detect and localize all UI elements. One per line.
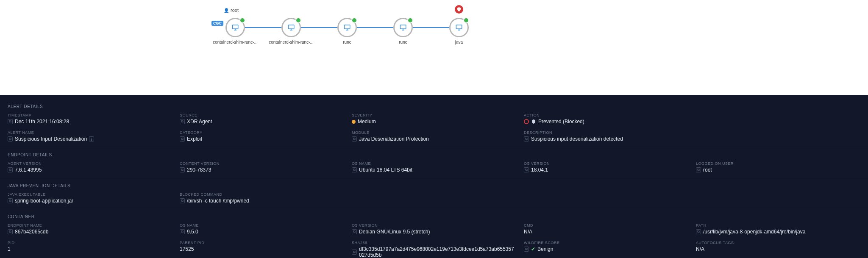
value-timestamp: Dec 11th 2021 16:08:28 — [15, 119, 69, 125]
value-content-version: 290-78373 — [187, 167, 211, 173]
field-blocked-command: BLOCKED COMMAND ⧉/bin/sh -c touch /tmp/p… — [180, 192, 344, 204]
process-icon — [337, 18, 357, 37]
value-autofocus: N/A — [696, 246, 704, 252]
svg-rect-4 — [456, 25, 462, 29]
svg-rect-1 — [288, 25, 294, 29]
value-sha256: df3c335d1797a7a2d475e968002e119e713e3fdc… — [359, 246, 516, 258]
process-icon — [449, 18, 469, 37]
field-module: MODULE ⧉Java Deserialization Protection — [352, 130, 516, 142]
label-parent-pid: PARENT PID — [180, 241, 344, 245]
copy-icon[interactable]: ⧉ — [8, 229, 13, 234]
process-label: java — [436, 40, 482, 44]
label-endpoint-name: ENDPOINT NAME — [8, 223, 172, 227]
copy-icon[interactable]: ⧉ — [180, 229, 185, 234]
value-path: /usr/lib/jvm/java-8-openjdk-amd64/jre/bi… — [703, 229, 805, 235]
copy-icon[interactable]: ⧉ — [524, 167, 529, 172]
label-ct-os-name: OS NAME — [180, 223, 344, 227]
label-content-version: CONTENT VERSION — [180, 161, 344, 166]
copy-icon[interactable]: ⧉ — [352, 229, 357, 234]
label-category: CATEGORY — [180, 130, 344, 135]
label-source: SOURCE — [180, 113, 344, 117]
value-pid: 1 — [8, 246, 11, 252]
label-ep-os-version: OS VERSION — [524, 161, 688, 166]
field-autofocus: AUTOFOCUS TAGS N/A — [696, 241, 860, 258]
endpoint-details-row: AGENT VERSION ⧉7.6.1.43995 CONTENT VERSI… — [8, 160, 860, 177]
copy-icon[interactable]: ⧉ — [8, 119, 13, 124]
label-timestamp: TIMESTAMP — [8, 113, 172, 117]
value-java-executable: spring-boot-application.jar — [15, 198, 73, 204]
status-badge-icon — [295, 17, 301, 23]
copy-icon[interactable]: ⧉ — [180, 119, 185, 124]
java-prevention-row: JAVA EXECUTABLE ⧉spring-boot-application… — [8, 191, 860, 208]
severity-dot-icon — [352, 120, 356, 124]
process-node[interactable]: java — [436, 18, 482, 44]
process-node[interactable]: containerd-shim-runc-... — [268, 18, 314, 44]
status-badge-icon — [407, 17, 413, 23]
process-node[interactable]: runc — [380, 18, 426, 44]
field-endpoint-name: ENDPOINT NAME ⧉867b42065cdb — [8, 223, 172, 235]
label-module: MODULE — [352, 130, 516, 135]
status-badge-icon — [351, 17, 357, 23]
divider — [0, 210, 868, 210]
process-icon — [393, 18, 413, 37]
copy-icon[interactable]: ⧉ — [180, 167, 185, 172]
label-java-executable: JAVA EXECUTABLE — [8, 192, 172, 197]
wildfire-check-icon: ✔ — [531, 246, 535, 252]
value-ct-os-name: 9.5.0 — [187, 229, 198, 235]
copy-icon[interactable]: ⧉ — [696, 167, 701, 172]
field-cmd: CMD N/A — [524, 223, 688, 235]
label-autofocus: AUTOFOCUS TAGS — [696, 241, 860, 245]
value-endpoint-name: 867b42065cdb — [15, 229, 48, 235]
field-pid: PID 1 — [8, 241, 172, 258]
process-icon — [281, 18, 301, 37]
field-ep-os-version: OS VERSION ⧉18.04.1 — [524, 161, 688, 173]
alert-pin-icon[interactable] — [455, 5, 463, 14]
divider — [0, 148, 868, 148]
field-sha256: SHA256 ⧉df3c335d1797a7a2d475e968002e119e… — [352, 241, 516, 258]
value-description: Suspicious input deserialization detecte… — [531, 136, 623, 142]
alert-details-row-2: ALERT NAME ⧉Suspicious Input Deserializa… — [8, 129, 860, 146]
field-timestamp: TIMESTAMP ⧉Dec 11th 2021 16:08:28 — [8, 113, 172, 125]
label-cmd: CMD — [524, 223, 688, 227]
copy-icon[interactable]: ⧉ — [524, 247, 529, 252]
field-content-version: CONTENT VERSION ⧉290-78373 — [180, 161, 344, 173]
process-node[interactable]: CGCcontainerd-shim-runc-... — [212, 18, 259, 44]
section-container: CONTAINER — [8, 214, 860, 219]
section-java-prevention: JAVA PREVENTION DETAILS — [8, 183, 860, 188]
field-ct-os-version: OS VERSION ⧉Debian GNU/Linux 9.5 (stretc… — [352, 223, 516, 235]
copy-icon[interactable]: ⧉ — [8, 198, 13, 203]
copy-icon[interactable]: ⧉ — [8, 167, 13, 172]
label-sha256: SHA256 — [352, 241, 516, 245]
value-ct-os-version: Debian GNU/Linux 9.5 (stretch) — [359, 229, 430, 235]
copy-icon[interactable]: ⧉ — [8, 136, 13, 141]
value-action: Prevented (Blocked) — [538, 119, 584, 125]
label-alert-name: ALERT NAME — [8, 130, 172, 135]
label-path: PATH — [696, 223, 860, 227]
process-label: runc — [324, 40, 370, 44]
blocked-icon — [524, 119, 529, 124]
field-path: PATH ⧉/usr/lib/jvm/java-8-openjdk-amd64/… — [696, 223, 860, 235]
field-severity: SEVERITY Medium — [352, 113, 516, 125]
field-description: DESCRIPTION ⧉Suspicious input deserializ… — [524, 130, 688, 142]
process-graph[interactable]: root CGCcontainerd-shim-runc-...containe… — [0, 0, 868, 95]
copy-icon[interactable]: ⧉ — [352, 250, 357, 255]
label-pid: PID — [8, 241, 172, 245]
shield-icon — [531, 119, 536, 124]
copy-icon[interactable]: ⧉ — [180, 136, 185, 141]
copy-icon[interactable]: ⧉ — [352, 167, 357, 172]
svg-rect-3 — [400, 25, 406, 29]
value-agent-version: 7.6.1.43995 — [15, 167, 42, 173]
copy-icon[interactable]: ⧉ — [696, 229, 701, 234]
value-blocked-command: /bin/sh -c touch /tmp/pwned — [187, 198, 249, 204]
download-icon[interactable]: ⭳ — [89, 136, 94, 141]
copy-icon[interactable]: ⧉ — [524, 136, 529, 141]
process-node[interactable]: runc — [324, 18, 370, 44]
copy-icon[interactable]: ⧉ — [180, 198, 185, 203]
value-parent-pid: 17525 — [180, 246, 194, 252]
copy-icon[interactable]: ⧉ — [352, 136, 357, 141]
value-ep-os-version: 18.04.1 — [531, 167, 548, 173]
field-java-executable: JAVA EXECUTABLE ⧉spring-boot-application… — [8, 192, 172, 204]
value-wildfire: Benign — [537, 246, 553, 252]
label-blocked-command: BLOCKED COMMAND — [180, 192, 344, 197]
process-icon: CGC — [225, 18, 245, 37]
